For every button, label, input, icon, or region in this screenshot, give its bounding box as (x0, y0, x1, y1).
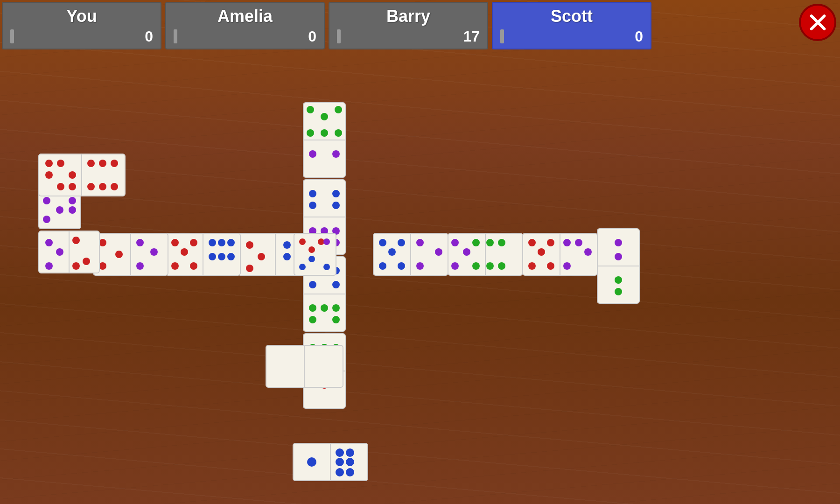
svg-point-63 (56, 206, 63, 214)
svg-point-41 (209, 253, 216, 260)
svg-point-38 (209, 239, 216, 246)
svg-point-13 (332, 190, 340, 197)
svg-point-161 (346, 448, 354, 457)
svg-point-43 (227, 253, 235, 260)
svg-point-8 (309, 150, 316, 158)
game-background: You 0 Amelia 0 Barry 17 Scott 0 (0, 0, 840, 504)
domino-top-vertical[interactable] (303, 103, 345, 177)
svg-point-9 (332, 150, 340, 158)
svg-point-42 (218, 253, 225, 260)
domino-h-r3[interactable] (523, 233, 597, 275)
svg-point-72 (87, 160, 95, 167)
svg-point-115 (575, 239, 582, 246)
svg-point-150 (299, 238, 306, 245)
svg-point-133 (332, 304, 340, 312)
svg-point-61 (43, 216, 50, 223)
svg-point-165 (346, 468, 354, 476)
player-name-scott: Scott (551, 7, 593, 26)
svg-point-15 (332, 202, 340, 209)
domino-top-left-h[interactable] (39, 154, 125, 196)
hand-tile-1[interactable] (293, 443, 368, 481)
domino-h-r1[interactable] (373, 233, 448, 275)
svg-point-49 (136, 239, 144, 246)
svg-point-102 (486, 239, 494, 246)
score-indicator-amelia (174, 29, 177, 43)
svg-point-105 (486, 262, 494, 270)
svg-point-153 (299, 264, 306, 270)
svg-point-100 (451, 262, 459, 270)
board-svg (0, 56, 840, 504)
svg-point-88 (379, 239, 386, 246)
svg-point-81 (56, 248, 63, 256)
player-panel-you: You 0 (2, 2, 161, 49)
svg-point-12 (309, 190, 316, 197)
close-button[interactable] (799, 4, 836, 41)
svg-point-112 (528, 262, 536, 270)
player-panel-scott: Scott 0 (492, 2, 651, 49)
svg-point-69 (69, 171, 76, 179)
svg-point-101 (472, 239, 480, 246)
svg-point-80 (45, 239, 53, 246)
score-indicator-you (10, 29, 14, 43)
svg-point-98 (451, 239, 459, 246)
score-value-amelia: 0 (308, 28, 316, 45)
domino-h-l3[interactable] (93, 233, 168, 275)
score-indicator-barry (337, 29, 341, 43)
svg-point-152 (318, 238, 324, 245)
domino-v-bottom-blank[interactable] (266, 345, 343, 387)
svg-point-122 (615, 276, 622, 284)
svg-point-67 (57, 160, 64, 167)
svg-point-162 (336, 458, 344, 466)
domino-corner-left[interactable] (39, 231, 99, 273)
svg-point-2 (321, 113, 328, 120)
svg-point-129 (309, 281, 316, 288)
svg-point-159 (307, 457, 316, 467)
svg-point-33 (171, 239, 179, 246)
svg-point-132 (321, 304, 328, 312)
svg-point-66 (45, 160, 53, 167)
svg-point-111 (547, 239, 554, 246)
player-panel-barry: Barry 17 (329, 2, 488, 49)
svg-point-114 (563, 239, 571, 246)
domino-junction[interactable] (294, 233, 336, 275)
svg-point-3 (335, 106, 342, 113)
svg-point-37 (190, 262, 197, 270)
svg-point-113 (547, 262, 554, 270)
svg-point-92 (398, 262, 405, 270)
svg-point-120 (615, 239, 622, 246)
player-name-you: You (66, 7, 97, 26)
svg-point-71 (69, 183, 76, 190)
svg-point-104 (472, 262, 480, 270)
svg-point-134 (309, 316, 316, 323)
svg-point-75 (87, 183, 95, 190)
domino-h-l2[interactable] (166, 233, 240, 275)
svg-point-109 (528, 239, 536, 246)
svg-point-40 (227, 239, 235, 246)
svg-point-154 (308, 256, 315, 262)
svg-point-131 (309, 304, 316, 312)
svg-point-59 (43, 197, 50, 204)
svg-point-74 (111, 160, 118, 167)
svg-point-83 (72, 237, 80, 244)
svg-point-90 (398, 239, 405, 246)
svg-point-116 (584, 248, 592, 256)
svg-point-155 (323, 264, 330, 270)
svg-point-164 (336, 468, 344, 476)
svg-point-121 (615, 253, 622, 260)
svg-point-48 (99, 262, 106, 270)
svg-point-123 (615, 288, 622, 295)
svg-point-25 (258, 253, 265, 260)
svg-point-91 (379, 262, 386, 270)
svg-point-106 (498, 262, 505, 270)
svg-point-26 (246, 265, 253, 272)
svg-point-51 (136, 262, 144, 270)
domino-h-r2[interactable] (448, 233, 523, 275)
svg-point-135 (332, 316, 340, 323)
domino-far-right[interactable] (597, 229, 639, 303)
svg-point-46 (99, 239, 106, 246)
svg-point-117 (563, 262, 571, 270)
svg-point-70 (57, 183, 64, 190)
svg-point-62 (69, 197, 76, 204)
score-value-barry: 17 (463, 28, 480, 45)
svg-point-29 (283, 253, 291, 260)
